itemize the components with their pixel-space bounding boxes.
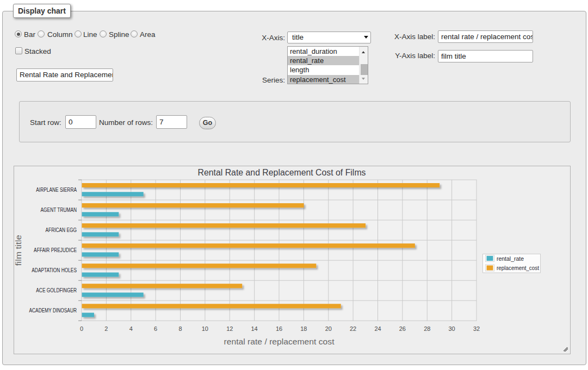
svg-text:14: 14 [251, 325, 257, 332]
svg-text:16: 16 [276, 325, 282, 332]
svg-text:2: 2 [104, 325, 108, 332]
svg-text:ACADEMY DINOSAUR: ACADEMY DINOSAUR [29, 308, 77, 313]
svg-text:4: 4 [129, 325, 133, 332]
svg-text:ADAPTATION HOLES: ADAPTATION HOLES [32, 267, 77, 273]
svg-text:18: 18 [300, 325, 307, 332]
svg-text:film title: film title [14, 235, 23, 266]
svg-text:10: 10 [202, 325, 208, 332]
svg-text:30: 30 [448, 325, 455, 332]
svg-text:Rental Rate and Replacement Co: Rental Rate and Replacement Cost of Film… [198, 168, 366, 177]
svg-text:32: 32 [473, 325, 480, 332]
svg-text:22: 22 [350, 325, 356, 332]
svg-text:ACE GOLDFINGER: ACE GOLDFINGER [36, 287, 77, 293]
svg-text:rental rate / replacement cost: rental rate / replacement cost [224, 337, 335, 346]
svg-text:24: 24 [374, 325, 381, 332]
svg-text:8: 8 [178, 325, 182, 332]
svg-text:AFFAIR PREJUDICE: AFFAIR PREJUDICE [34, 247, 77, 253]
svg-text:replacement_cost: replacement_cost [497, 265, 540, 271]
svg-text:26: 26 [399, 325, 406, 332]
svg-text:20: 20 [325, 325, 332, 332]
svg-text:AIRPLANE SIERRA: AIRPLANE SIERRA [36, 187, 77, 193]
svg-text:28: 28 [424, 325, 430, 332]
svg-text:AGENT TRUMAN: AGENT TRUMAN [41, 207, 77, 213]
svg-text:0: 0 [80, 325, 83, 332]
svg-text:rental_rate: rental_rate [497, 255, 524, 262]
svg-text:AFRICAN EGG: AFRICAN EGG [46, 227, 77, 233]
svg-text:6: 6 [154, 325, 157, 332]
svg-text:12: 12 [226, 325, 233, 332]
